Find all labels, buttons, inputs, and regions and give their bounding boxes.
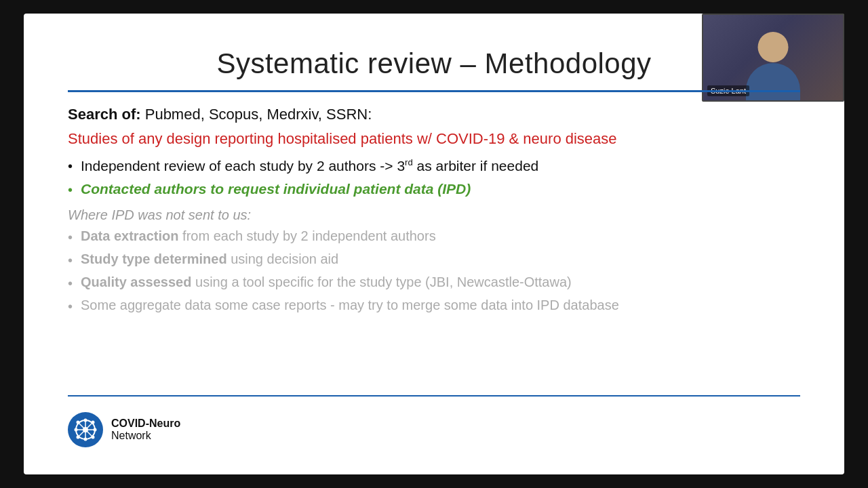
slide-content: Search of: Pubmed, Scopus, Medrxiv, SSRN… xyxy=(68,106,800,395)
footer: COVID-Neuro Network xyxy=(68,407,800,447)
gray-bullet-dot-3: • xyxy=(68,276,73,291)
svg-point-12 xyxy=(92,421,95,424)
svg-point-10 xyxy=(77,421,80,424)
gray-bullet-dot-2: • xyxy=(68,253,73,268)
gray-bullet-dot-1: • xyxy=(68,230,73,245)
svg-point-7 xyxy=(84,438,87,441)
bullet-independent-review: • Independent review of each study by 2 … xyxy=(68,157,800,174)
gray-bullet-2: • Study type determined using decision a… xyxy=(68,251,800,268)
slide: Suzie Lant Systematic review – Methodolo… xyxy=(24,14,844,474)
top-divider xyxy=(68,90,800,92)
gray-bullet-4: • Some aggregate data some case reports … xyxy=(68,298,800,314)
where-ipd-label: Where IPD was not sent to us: xyxy=(68,207,800,223)
logo-circle xyxy=(68,412,103,447)
gray-bullet-dot-4: • xyxy=(68,299,73,314)
gray-bullet-1: • Data extraction from each study by 2 i… xyxy=(68,228,800,245)
svg-point-9 xyxy=(94,428,97,432)
search-sources: Pubmed, Scopus, Medrxiv, SSRN: xyxy=(145,106,372,123)
svg-point-13 xyxy=(77,436,80,439)
bullet-dot-2: • xyxy=(68,182,73,198)
gray-bullet-3-text: Quality assessed using a tool specific f… xyxy=(81,274,572,290)
gray-bullet-3: • Quality assessed using a tool specific… xyxy=(68,274,800,291)
svg-point-8 xyxy=(75,428,78,432)
svg-point-11 xyxy=(92,436,95,439)
logo-normal: Network xyxy=(111,430,180,442)
bullet-dot-1: • xyxy=(68,159,73,174)
bullet-contacted-authors: • Contacted authors to request individua… xyxy=(68,181,800,198)
gray-bullet-1-text: Data extraction from each study by 2 ind… xyxy=(81,228,436,244)
search-line: Search of: Pubmed, Scopus, Medrxiv, SSRN… xyxy=(68,106,800,123)
logo-bold: COVID-Neuro xyxy=(111,418,180,430)
bullet1-text: Independent review of each study by 2 au… xyxy=(81,157,538,174)
search-label: Search of: xyxy=(68,106,141,123)
red-highlight-line: Studies of any design reporting hospital… xyxy=(68,130,800,148)
gray-bullet-4-text: Some aggregate data some case reports - … xyxy=(81,298,619,313)
logo-text: COVID-Neuro Network xyxy=(111,418,180,442)
green-italic-text: Contacted authors to request individual … xyxy=(81,181,471,197)
slide-title: Systematic review – Methodology xyxy=(68,41,800,90)
bottom-divider xyxy=(68,395,800,396)
logo-icon xyxy=(73,418,98,442)
svg-point-6 xyxy=(84,419,87,422)
gray-bullet-2-text: Study type determined using decision aid xyxy=(81,251,338,267)
